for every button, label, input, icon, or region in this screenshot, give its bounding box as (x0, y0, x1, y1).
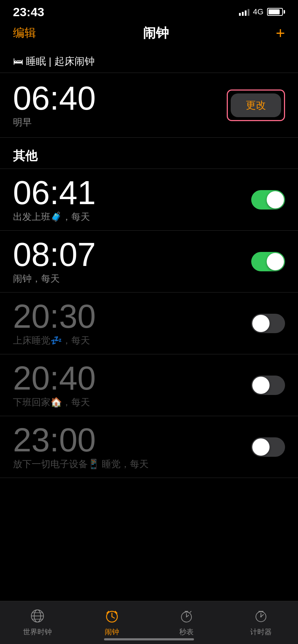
alarm-toggle-wrapper (251, 252, 285, 271)
signal-icon (239, 8, 249, 16)
page-title: 闹钟 (143, 24, 169, 42)
alarm-item-info: 08:07 闹钟，每天 (13, 238, 96, 285)
alarm-item-info: 23:00 放下一切电子设备📱 睡觉，每天 (13, 423, 149, 470)
globe-icon (28, 607, 46, 625)
alarm-item-info: 06:41 出发上班🧳，每天 (13, 176, 96, 223)
alarm-time: 23:00 (13, 423, 149, 456)
alarm-label: 放下一切电子设备📱 睡觉，每天 (13, 458, 149, 470)
battery-icon (267, 8, 285, 16)
alarm-toggle-wrapper (251, 190, 285, 210)
alarm-toggle[interactable] (251, 314, 285, 333)
alarm-toggle[interactable] (251, 376, 285, 395)
svg-line-15 (190, 611, 191, 612)
alarm-item[interactable]: 23:00 放下一切电子设备📱 睡觉，每天 (0, 416, 298, 478)
status-icons: 4G (239, 7, 285, 17)
alarm-toggle[interactable] (251, 437, 285, 457)
main-content: 🛏 睡眠 | 起床闹钟 06:40 明早 更改 其他 06:41 出发上班🧳，每… (0, 47, 298, 525)
alarm-label: 上床睡觉💤，每天 (13, 334, 96, 347)
sleep-alarm-info: 06:40 明早 (13, 82, 96, 129)
tab-timer-label: 计时器 (250, 627, 272, 637)
sleep-alarm-time: 06:40 (13, 82, 96, 115)
home-indicator (104, 638, 194, 640)
alarm-icon (103, 607, 121, 625)
sleep-alarm-item[interactable]: 06:40 明早 更改 (0, 73, 298, 138)
alarm-time: 20:30 (13, 300, 96, 333)
alarm-item-info: 20:40 下班回家🏠，每天 (13, 362, 96, 409)
stopwatch-icon (177, 607, 195, 625)
alarm-toggle[interactable] (251, 252, 285, 271)
status-bar: 23:43 4G (0, 0, 298, 22)
alarm-time: 08:07 (13, 238, 96, 271)
add-alarm-button[interactable]: + (276, 25, 285, 41)
alarm-time: 20:40 (13, 362, 96, 395)
tab-alarm-label: 闹钟 (105, 627, 119, 637)
tab-alarm[interactable]: 闹钟 (74, 607, 149, 637)
sleep-alarm-row: 06:40 明早 更改 (13, 82, 285, 129)
tab-bar: 世界时钟 闹钟 秒表 (0, 601, 298, 644)
sleep-header-text: 🛏 睡眠 | 起床闹钟 (13, 55, 95, 68)
tab-world-clock-label: 世界时钟 (23, 627, 52, 637)
change-btn-highlight: 更改 (227, 89, 285, 121)
tab-world-clock[interactable]: 世界时钟 (0, 607, 74, 637)
alarm-item[interactable]: 20:30 上床睡觉💤，每天 (0, 293, 298, 354)
alarm-toggle-wrapper (251, 437, 285, 457)
svg-line-7 (112, 617, 114, 618)
alarm-item-info: 20:30 上床睡觉💤，每天 (13, 300, 96, 347)
svg-point-19 (260, 616, 262, 617)
alarm-toggle-wrapper (251, 376, 285, 395)
alarm-label: 闹钟，每天 (13, 272, 96, 285)
alarm-label: 下班回家🏠，每天 (13, 396, 96, 409)
alarm-toggle-wrapper (251, 314, 285, 333)
other-section-header: 其他 (0, 138, 298, 169)
alarm-item[interactable]: 06:41 出发上班🧳，每天 (0, 169, 298, 231)
sleep-section-header: 🛏 睡眠 | 起床闹钟 (0, 47, 298, 73)
status-time: 23:43 (13, 5, 44, 19)
network-type: 4G (253, 7, 263, 17)
timer-icon (252, 607, 270, 625)
alarm-item[interactable]: 08:07 闹钟，每天 (0, 231, 298, 293)
alarm-toggle[interactable] (251, 190, 285, 210)
change-button[interactable]: 更改 (231, 93, 281, 117)
alarm-item[interactable]: 20:40 下班回家🏠，每天 (0, 354, 298, 416)
edit-button[interactable]: 编辑 (13, 25, 36, 41)
tab-timer[interactable]: 计时器 (224, 607, 298, 637)
nav-bar: 编辑 闹钟 + (0, 22, 298, 47)
alarm-label: 出发上班🧳，每天 (13, 211, 96, 223)
alarm-time: 06:41 (13, 176, 96, 209)
sleep-alarm-sublabel: 明早 (13, 116, 96, 129)
tab-stopwatch-label: 秒表 (179, 627, 194, 637)
tab-stopwatch[interactable]: 秒表 (149, 607, 224, 637)
